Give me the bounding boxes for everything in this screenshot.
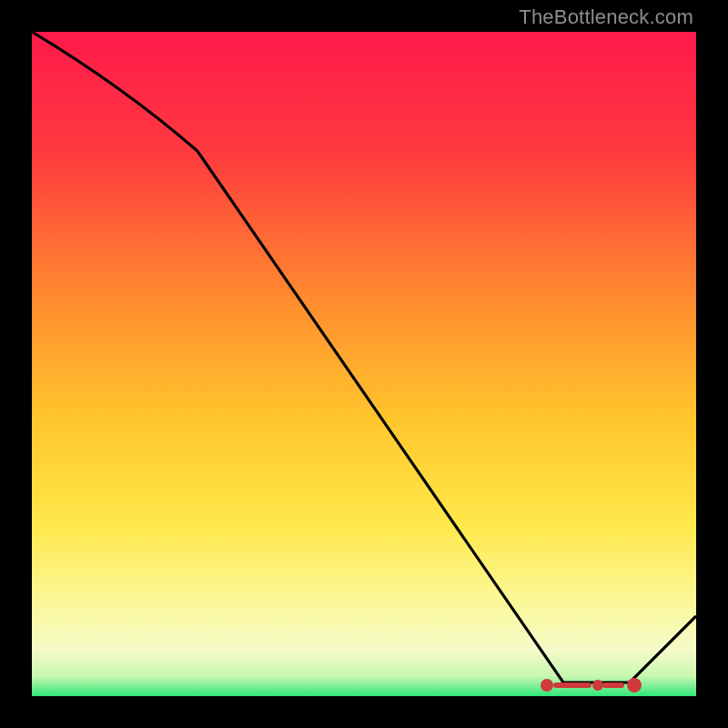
chart-svg <box>32 32 696 696</box>
attribution-text: TheBottleneck.com <box>519 5 693 29</box>
gradient-background <box>32 32 696 696</box>
chart-frame: TheBottleneck.com <box>0 0 728 728</box>
svg-point-0 <box>543 682 551 689</box>
svg-point-2 <box>595 682 601 688</box>
plot-area <box>32 32 696 696</box>
svg-point-4 <box>630 681 639 690</box>
